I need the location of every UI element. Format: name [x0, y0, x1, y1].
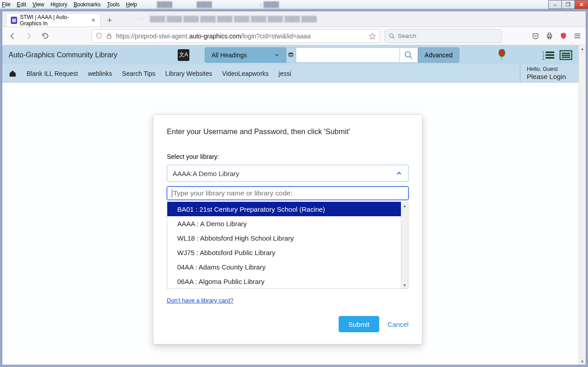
nav-searchtips[interactable]: Search Tips — [122, 70, 156, 77]
numbered-list-icon[interactable]: 123 — [542, 50, 555, 60]
database-icon[interactable] — [286, 47, 296, 63]
menu-help[interactable]: Help — [126, 1, 137, 8]
nav-libsites[interactable]: Library Websites — [165, 70, 212, 77]
browser-toolbar: https://preprod-stwi-agent.auto-graphics… — [2, 27, 586, 45]
cancel-button[interactable]: Cancel — [387, 321, 409, 328]
library-option[interactable]: 06AA : Algoma Public Library — [167, 274, 408, 288]
catalog-search-input[interactable] — [296, 47, 400, 63]
scroll-down-icon[interactable]: ▾ — [401, 281, 408, 288]
svg-rect-13 — [546, 54, 554, 56]
menu-history[interactable]: History — [51, 1, 67, 8]
svg-point-1 — [390, 33, 393, 37]
advanced-search-button[interactable]: Advanced — [418, 47, 459, 63]
login-dialog: Enter your Username and Password, then c… — [153, 114, 423, 344]
page-viewport: Auto-Graphics Community Library 文A All H… — [2, 45, 579, 365]
library-option-list: BA01 : 21st Century Preparatory School (… — [167, 202, 409, 289]
os-menubar: File Edit View History Bookmarks Tools H… — [0, 0, 588, 9]
address-bar[interactable]: https://preprod-stwi-agent.auto-graphics… — [92, 29, 380, 43]
svg-rect-12 — [546, 51, 554, 53]
library-option[interactable]: WL18 : Abbotsford High School Library — [167, 231, 408, 245]
pocket-icon[interactable] — [532, 32, 539, 40]
scroll-down-icon[interactable]: ▾ — [579, 358, 586, 365]
svg-rect-3 — [548, 33, 551, 35]
nav-back-button[interactable] — [7, 30, 18, 42]
browser-window: ▦ STWI | AAAA | Auto-Graphics In ✕ + ▫ ▫… — [2, 11, 586, 365]
catalog-search-button[interactable] — [400, 47, 418, 63]
no-card-link[interactable]: Don't have a library card? — [167, 297, 234, 304]
svg-rect-18 — [561, 56, 570, 58]
scroll-up-icon[interactable]: ▴ — [579, 45, 586, 52]
menu-view[interactable]: View — [32, 1, 44, 8]
nav-jessi[interactable]: jessi — [279, 70, 291, 77]
url-text: https://preprod-stwi-agent.auto-graphics… — [116, 33, 311, 40]
filter-placeholder: Type your library name or library code: — [173, 189, 292, 197]
submit-button[interactable]: Submit — [339, 316, 380, 332]
window-minimize-button[interactable]: – — [548, 0, 562, 9]
search-scope-dropdown[interactable]: All Headings — [205, 47, 286, 63]
browser-tab-active[interactable]: ▦ STWI | AAAA | Auto-Graphics In ✕ — [6, 13, 101, 27]
search-placeholder: Search — [398, 33, 416, 39]
library-select[interactable]: AAAA:A Demo Library — [167, 165, 409, 182]
user-panel[interactable]: Hello, Guest Please Login — [520, 65, 572, 82]
svg-text:1: 1 — [542, 51, 544, 54]
library-select-value: AAAA:A Demo Library — [173, 170, 239, 177]
new-tab-button[interactable]: + — [103, 14, 116, 27]
svg-rect-16 — [561, 52, 570, 54]
window-maximize-button[interactable]: ❐ — [561, 0, 575, 9]
nav-videoleap[interactable]: VideoLeapworks — [222, 70, 269, 77]
menu-edit[interactable]: Edit — [17, 1, 26, 8]
library-option[interactable]: AAAA : A Demo Library — [167, 216, 408, 231]
library-option[interactable]: 04AA : Adams County Library — [167, 260, 408, 274]
list-scrollbar[interactable]: ▴ ▾ — [401, 202, 408, 288]
menu-tools[interactable]: Tools — [107, 1, 119, 8]
greeting-text: Hello, Guest — [527, 66, 566, 73]
svg-rect-14 — [546, 57, 554, 59]
app-menu-icon[interactable] — [574, 32, 581, 40]
search-icon — [404, 51, 413, 60]
scroll-up-icon[interactable]: ▴ — [401, 202, 408, 209]
balloon-icon[interactable] — [497, 49, 506, 61]
nav-weblinks[interactable]: weblinks — [88, 70, 112, 77]
tab-close-icon[interactable]: ✕ — [91, 17, 96, 23]
site-brand[interactable]: Auto-Graphics Community Library — [9, 51, 117, 59]
translate-icon[interactable]: 文A — [178, 49, 189, 61]
menu-file[interactable]: File — [2, 1, 10, 8]
browser-search-box[interactable]: Search — [385, 29, 502, 43]
nav-reload-button[interactable] — [39, 30, 51, 42]
menu-bookmarks[interactable]: Bookmarks — [74, 1, 101, 8]
svg-text:3: 3 — [542, 57, 544, 60]
bookmark-star-icon[interactable] — [369, 33, 376, 40]
dialog-title: Enter your Username and Password, then c… — [167, 127, 409, 136]
search-icon — [389, 33, 395, 39]
login-link[interactable]: Please Login — [527, 73, 566, 81]
site-header: Auto-Graphics Community Library 文A All H… — [2, 45, 579, 65]
favicon-icon: ▦ — [11, 17, 17, 24]
select-library-label: Select your library: — [167, 153, 409, 160]
library-option[interactable]: WJ75 : Abbotsford Public Library — [167, 245, 408, 260]
site-nav: Blank ILL Request weblinks Search Tips L… — [2, 65, 579, 83]
chevron-up-icon — [395, 170, 403, 177]
tab-title: STWI | AAAA | Auto-Graphics In — [20, 14, 87, 27]
detail-list-icon[interactable] — [560, 50, 572, 60]
nav-blank-ill[interactable]: Blank ILL Request — [27, 70, 78, 77]
window-close-button[interactable]: ✕ — [574, 0, 588, 9]
svg-rect-17 — [561, 55, 570, 56]
library-filter-input[interactable]: Type your library name or library code: — [167, 186, 409, 200]
library-option[interactable]: BA01 : 21st Century Preparatory School (… — [167, 202, 408, 216]
browser-tabbar: ▦ STWI | AAAA | Auto-Graphics In ✕ + ▫ ▫… — [2, 11, 586, 27]
lock-icon — [106, 33, 112, 39]
svg-point-5 — [289, 52, 293, 54]
shield-icon — [96, 33, 102, 39]
svg-point-6 — [405, 51, 411, 57]
print-icon[interactable] — [546, 32, 553, 40]
page-scrollbar[interactable]: ▴ ▾ — [579, 45, 586, 365]
nav-forward-button[interactable] — [23, 30, 35, 42]
home-icon[interactable] — [9, 70, 17, 78]
chevron-down-icon — [274, 52, 280, 58]
svg-rect-0 — [107, 35, 111, 38]
ext-shield-icon[interactable] — [560, 32, 567, 40]
